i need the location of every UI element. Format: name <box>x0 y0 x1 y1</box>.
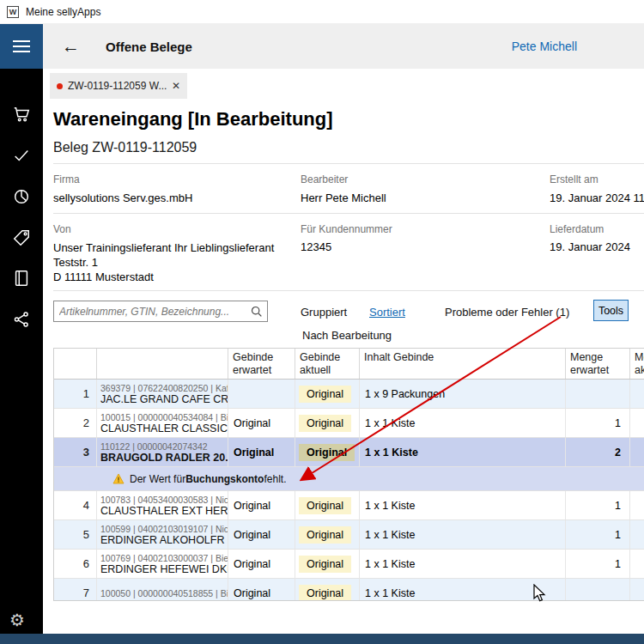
inhalt-gebinde-cell: 1 x 1 Kiste <box>360 579 566 601</box>
article-name: CLAUSTHALER CLASSIC2... <box>100 422 228 434</box>
header-menge-erwartet: Menge erwartet <box>566 349 630 379</box>
row-number: 5 <box>54 520 97 549</box>
gebinde-erwartet-cell: Original <box>228 579 295 601</box>
tab-close-icon[interactable]: ✕ <box>172 80 180 92</box>
pie-chart-icon[interactable] <box>11 186 32 207</box>
menge-erwartet-cell <box>566 579 630 601</box>
menge-erwartet-cell: 1 <box>566 409 630 437</box>
article-name: ERDINGER HEFEWEI DKL... <box>100 563 228 575</box>
menge-aktuell-cell <box>630 491 644 519</box>
user-name[interactable]: Pete Michell <box>512 39 577 53</box>
window-titlebar: W Meine sellyApps <box>0 0 644 24</box>
table-row[interactable]: 5 100599 | 04002103019107 | Nich... ERDI… <box>54 520 644 550</box>
inhalt-gebinde-cell: 1 x 1 Kiste <box>360 409 566 437</box>
header-menge-aktuell: Menge aktuell <box>630 349 644 379</box>
book-icon[interactable] <box>11 268 32 289</box>
gebinde-aktuell-cell: Original <box>295 520 360 549</box>
von-line1: Unser Trainingslieferant Ihr Lieblingsli… <box>53 240 294 255</box>
kundennummer-label: Für Kundennummer <box>301 223 392 235</box>
search-input[interactable] <box>54 306 250 318</box>
gebinde-aktuell-cell: Original <box>295 380 360 408</box>
window-bottom-bar <box>0 634 644 644</box>
article-cell: 100769 | 04002103000037 | Bier... ERDING… <box>97 550 228 578</box>
von-line2: Teststr. 1 <box>53 255 294 270</box>
menge-erwartet-cell: 2 <box>566 438 630 466</box>
article-name: ERDINGER ALKOHOLFR 2... <box>100 534 228 546</box>
article-meta: 110122 | 00000042074342 <box>100 441 208 452</box>
gear-icon[interactable]: ⚙ <box>9 610 25 630</box>
table-row[interactable]: 4 100783 | 04053400030583 | Nich... CLAU… <box>54 491 644 520</box>
share-icon[interactable] <box>11 309 32 330</box>
gebinde-erwartet-cell: Original <box>228 491 295 519</box>
table-row[interactable]: 2 100015 | 000000040534084 | Bier... CLA… <box>54 409 644 438</box>
table-row[interactable]: 6 100769 | 04002103000037 | Bier... ERDI… <box>54 550 644 579</box>
table-row[interactable]: 7 100050 | 000000040518855 | Bier... Ori… <box>54 579 644 601</box>
page-header: ← Offene Belege Pete Michell <box>43 24 644 69</box>
firma-value: sellysolutions Serv.ges.mbH <box>53 191 285 204</box>
row-number: 3 <box>54 438 97 466</box>
price-tag-icon[interactable] <box>11 228 32 248</box>
article-meta: 100050 | 000000040518855 | Bier... <box>100 588 228 598</box>
von-label: Von <box>53 223 71 235</box>
gebinde-aktuell-cell: Original <box>295 579 360 601</box>
sidebar: ⚙ <box>0 24 43 634</box>
divider <box>53 290 644 291</box>
page-header-title: Offene Belege <box>106 39 192 54</box>
gebinde-erwartet-cell <box>228 380 295 408</box>
tab-label: ZW-0119-112059 W... <box>68 80 167 92</box>
positions-table: Gebinde erwartet Gebinde aktuell Inhalt … <box>53 348 644 601</box>
divider <box>53 213 644 214</box>
article-cell: 100599 | 04002103019107 | Nich... ERDING… <box>97 520 228 549</box>
gebinde-erwartet-cell: Original <box>228 550 295 578</box>
gebinde-aktuell-cell: Original <box>295 438 360 466</box>
search-icon[interactable] <box>250 305 263 318</box>
document-number: Beleg ZW-0119-112059 <box>53 140 197 155</box>
gebinde-highlight: Original <box>299 415 351 432</box>
tools-button[interactable]: Tools <box>593 300 629 321</box>
divider <box>53 163 644 164</box>
document-tab[interactable]: ZW-0119-112059 W... ✕ <box>50 73 187 99</box>
von-address: Unser Trainingslieferant Ihr Lieblingsli… <box>53 240 294 284</box>
back-button[interactable]: ← <box>62 36 80 57</box>
gebinde-highlight: Original <box>299 497 351 514</box>
menge-aktuell-cell <box>630 579 644 601</box>
table-body: 1 369379 | 07622400820250 | Kaff... JAC.… <box>54 380 644 601</box>
warning-text-end: fehlt. <box>264 473 286 485</box>
article-name: JAC.LE GRAND CAFE CRE... <box>100 393 228 405</box>
table-row[interactable]: 3 110122 | 00000042074342 BRAUGOLD RADLE… <box>54 438 644 467</box>
window-title: Meine sellyApps <box>26 6 100 18</box>
check-icon[interactable] <box>11 145 32 166</box>
bearbeiter-label: Bearbeiter <box>301 173 348 185</box>
gruppiert-toggle[interactable]: Gruppiert <box>301 306 347 319</box>
app-logo-icon: W <box>7 6 19 18</box>
erstellt-value: 19. Januar 2024 11:20 <box>550 191 644 204</box>
hamburger-menu-icon[interactable] <box>0 24 43 69</box>
lieferdatum-label: Lieferdatum <box>550 223 604 235</box>
problems-filter[interactable]: Probleme oder Fehler (1) <box>445 306 569 319</box>
table-row[interactable]: 1 369379 | 07622400820250 | Kaff... JAC.… <box>54 380 644 409</box>
warning-field: Buchungskonto <box>185 473 264 485</box>
app-window: W Meine sellyApps ⚙ ← Offene Belege Pete <box>0 0 644 644</box>
row-number: 4 <box>54 491 97 519</box>
header-number <box>54 349 97 379</box>
menge-erwartet-cell: 1 <box>566 491 630 519</box>
gebinde-highlight: Original <box>299 444 355 461</box>
article-name: BRAUGOLD RADLER 20... <box>100 452 228 464</box>
cart-icon[interactable] <box>11 104 32 125</box>
warning-icon <box>112 473 125 484</box>
row-number: 6 <box>54 550 97 578</box>
article-name: CLAUSTHALER EXT HERB... <box>100 505 228 517</box>
sortiert-toggle[interactable]: Sortiert <box>369 306 405 319</box>
lieferdatum-value: 19. Januar 2024 <box>550 240 644 253</box>
article-search[interactable] <box>53 301 268 322</box>
gebinde-highlight: Original <box>299 526 351 544</box>
menge-erwartet-cell: 1 <box>566 550 630 578</box>
validation-warning: Der Wert für Buchungskonto fehlt. <box>54 467 644 491</box>
menge-aktuell-cell <box>630 520 644 549</box>
page-title: Wareneingang [In Bearbeitung] <box>53 108 333 131</box>
menge-aktuell-cell <box>630 550 644 578</box>
inhalt-gebinde-cell: 1 x 1 Kiste <box>360 550 566 578</box>
header-article <box>97 349 228 379</box>
inhalt-gebinde-cell: 1 x 1 Kiste <box>360 491 566 519</box>
article-meta: 100599 | 04002103019107 | Nich... <box>100 524 228 534</box>
